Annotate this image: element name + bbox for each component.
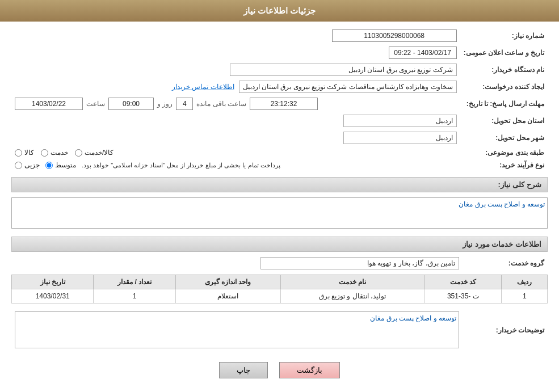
province-value: اردبیل (343, 115, 457, 127)
announce-date-value: 1403/02/17 - 09:22 (389, 47, 457, 59)
back-button[interactable]: بازگشت (279, 362, 340, 378)
city-value: اردبیل (343, 132, 457, 144)
creator-value: سخاوت وهابزاده کارشناس مناقصات شرکت توزی… (239, 81, 457, 93)
description-section-title: شرح کلی نیاز: (11, 177, 548, 192)
category-kala-khedmat[interactable]: کالا/خدمت (75, 149, 114, 157)
description-value: توسعه و اصلاح پست برق مغان (11, 197, 548, 229)
process-motavaset[interactable]: متوسط (45, 161, 76, 169)
category-kala[interactable]: کالا (15, 149, 34, 157)
col-date: تاریخ نیاز (12, 275, 94, 289)
service-group-label: گروه خدمت: (463, 255, 548, 272)
action-buttons: بازگشت چاپ (11, 362, 548, 378)
col-row-num: ردیف (502, 275, 548, 289)
print-button[interactable]: چاپ (219, 362, 268, 378)
deadline-remaining: 23:12:32 (250, 98, 318, 110)
deadline-time: 09:00 (108, 98, 154, 110)
province-label: استان محل تحویل: (460, 112, 548, 129)
cell-service-code: ت -35-351 (424, 289, 502, 304)
announce-date-label: تاریخ و ساعت اعلان عمومی: (460, 44, 548, 61)
buyer-desc-label: توضیحات خریدار: (463, 309, 548, 351)
city-label: شهر محل تحویل: (460, 129, 548, 146)
buyer-desc-value: توسعه و اصلاح پست برق مغان (15, 311, 459, 348)
deadline-label: مهلت ارسال پاسخ: تا تاریخ: (460, 95, 548, 112)
col-service-code: کد خدمت (424, 275, 502, 289)
col-quantity: تعداد / مقدار (94, 275, 175, 289)
need-number-value: 1103005298000068 (332, 29, 457, 42)
service-group-value: تامین برق، گاز، بخار و تهویه هوا (260, 257, 459, 269)
cell-date: 1403/02/31 (12, 289, 94, 304)
cell-unit: استعلام (175, 289, 280, 304)
deadline-time-label: ساعت (86, 100, 105, 108)
buyer-org-label: نام دستگاه خریدار: (460, 61, 548, 78)
creator-label: ایجاد کننده درخواست: (460, 78, 548, 95)
category-khedmat[interactable]: خدمت (41, 149, 68, 157)
cell-service-name: تولید، انتقال و توزیع برق (280, 289, 424, 304)
col-unit: واحد اندازه گیری (175, 275, 280, 289)
page-header: جزئیات اطلاعات نیاز (0, 0, 559, 22)
services-section-title: اطلاعات خدمات مورد نیاز (11, 237, 548, 252)
need-number-label: شماره نیاز: (460, 27, 548, 44)
page-title: جزئیات اطلاعات نیاز (243, 6, 316, 15)
cell-quantity: 1 (94, 289, 175, 304)
process-desc: پرداخت تمام یا بخشی از مبلغ خریدار از مح… (82, 162, 280, 169)
deadline-day-label: روز و (157, 100, 173, 108)
services-table: ردیف کد خدمت نام خدمت واحد اندازه گیری ت… (11, 275, 548, 304)
col-service-name: نام خدمت (280, 275, 424, 289)
buyer-org-value: شرکت توزیع نیروی برق استان اردبیل (230, 64, 457, 76)
category-label: طبقه بندی موضوعی: (460, 146, 548, 159)
table-row: 1 ت -35-351 تولید، انتقال و توزیع برق اس… (12, 289, 548, 304)
contact-link[interactable]: اطلاعات تماس خریدار (172, 83, 234, 91)
deadline-remaining-label: ساعت باقی مانده (196, 100, 246, 108)
deadline-date: 1403/02/22 (15, 98, 83, 110)
process-label: نوع فرآیند خرید: (460, 159, 548, 171)
cell-row-num: 1 (502, 289, 548, 304)
deadline-days: 4 (176, 98, 193, 110)
process-jozi[interactable]: جزیی (15, 161, 40, 169)
